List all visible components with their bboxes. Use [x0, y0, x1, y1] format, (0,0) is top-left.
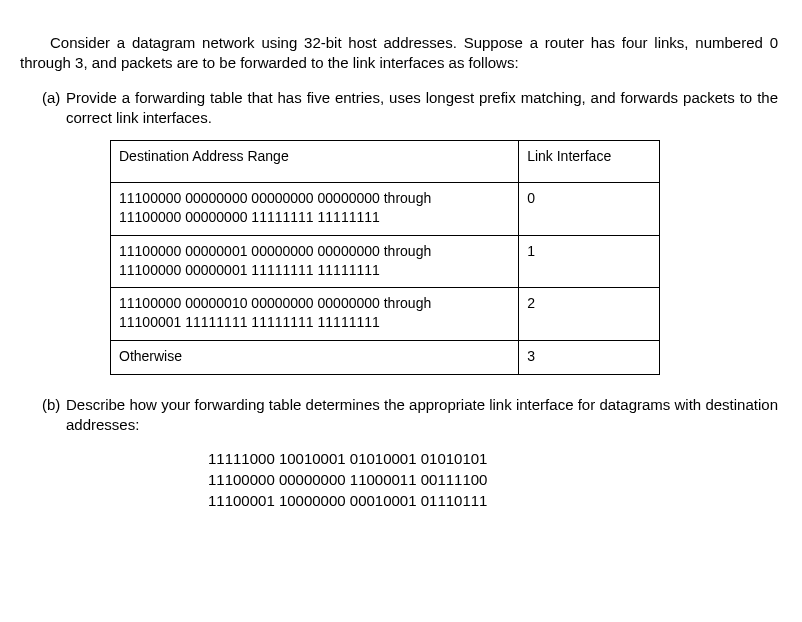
part-b-text: Describe how your forwarding table deter… — [66, 395, 778, 436]
address-line: 11111000 10010001 01010001 01010101 — [208, 448, 778, 469]
cell-destination: 11100000 00000001 00000000 00000000 thro… — [111, 235, 519, 288]
cell-link: 0 — [519, 182, 660, 235]
part-a-text: Provide a forwarding table that has five… — [66, 88, 778, 129]
table-row: 11100000 00000000 00000000 00000000 thro… — [111, 182, 660, 235]
table-header-row: Destination Address Range Link Interface — [111, 141, 660, 183]
forwarding-table: Destination Address Range Link Interface… — [110, 140, 660, 375]
address-line: 11100000 00000000 11000011 00111100 — [208, 469, 778, 490]
cell-link: 3 — [519, 341, 660, 375]
cell-destination: 11100000 00000000 00000000 00000000 thro… — [111, 182, 519, 235]
destination-addresses: 11111000 10010001 01010001 01010101 1110… — [208, 448, 778, 511]
header-destination: Destination Address Range — [111, 141, 519, 183]
part-b: (b) Describe how your forwarding table d… — [42, 395, 778, 436]
part-a: (a) Provide a forwarding table that has … — [42, 88, 778, 129]
cell-destination: Otherwise — [111, 341, 519, 375]
table-row: 11100000 00000001 00000000 00000000 thro… — [111, 235, 660, 288]
header-link: Link Interface — [519, 141, 660, 183]
range-to: 11100000 00000000 11111111 11111111 — [119, 208, 510, 227]
range-from: 11100000 00000010 00000000 00000000 thro… — [119, 294, 510, 313]
range-from: 11100000 00000001 00000000 00000000 thro… — [119, 242, 510, 261]
address-line: 11100001 10000000 00010001 01110111 — [208, 490, 778, 511]
intro-paragraph: Consider a datagram network using 32-bit… — [20, 33, 778, 74]
table-row: Otherwise 3 — [111, 341, 660, 375]
range-from: 11100000 00000000 00000000 00000000 thro… — [119, 189, 510, 208]
range-to: 11100000 00000001 11111111 11111111 — [119, 261, 510, 280]
part-a-label: (a) — [42, 88, 66, 129]
part-b-label: (b) — [42, 395, 66, 436]
range-to: 11100001 11111111 11111111 11111111 — [119, 313, 510, 332]
cell-destination: 11100000 00000010 00000000 00000000 thro… — [111, 288, 519, 341]
cell-link: 1 — [519, 235, 660, 288]
table-row: 11100000 00000010 00000000 00000000 thro… — [111, 288, 660, 341]
cell-link: 2 — [519, 288, 660, 341]
